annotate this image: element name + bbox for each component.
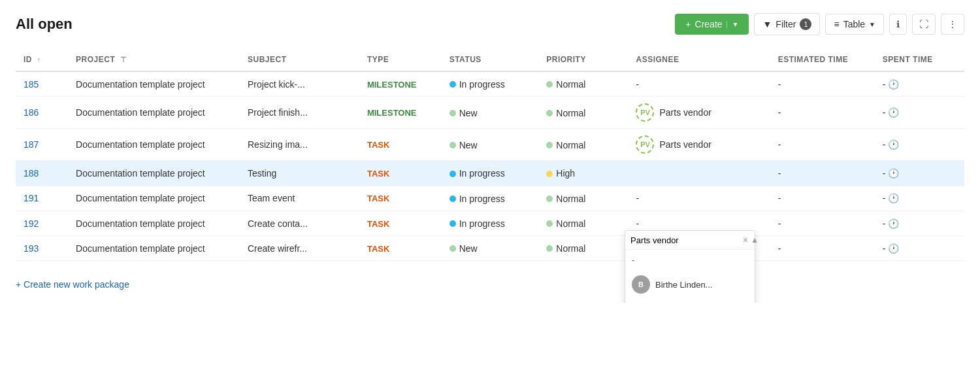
col-header-id[interactable]: ID ↑ xyxy=(16,48,68,71)
dropdown-item-birthe[interactable]: B Birthe Linden... xyxy=(625,270,755,299)
avatar: PV xyxy=(636,135,654,154)
row-id-link[interactable]: 193 xyxy=(24,243,39,254)
row-type: TASK xyxy=(359,211,442,235)
col-header-assignee[interactable]: ASSIGNEE xyxy=(628,48,770,71)
assignee-dropdown: × ▲ - B Birthe Linden... MA Matthias No … xyxy=(625,230,755,303)
create-button[interactable]: + Create ▼ xyxy=(675,14,749,35)
row-id-link[interactable]: 187 xyxy=(24,139,39,150)
row-estimated-time: - xyxy=(770,71,875,97)
more-options-button[interactable]: ⋮ xyxy=(941,14,964,35)
project-filter-icon[interactable]: ⊤ xyxy=(120,56,127,63)
row-status: In progress xyxy=(442,186,539,211)
table-row[interactable]: 193Documentation template projectCreate … xyxy=(16,236,964,261)
row-id-link[interactable]: 186 xyxy=(24,107,39,118)
status-label: In progress xyxy=(459,194,505,204)
table-view-button[interactable]: ≡ Table ▼ xyxy=(825,14,884,35)
row-id-link[interactable]: 185 xyxy=(24,79,39,90)
dropdown-item-matthias[interactable]: MA Matthias No a... xyxy=(625,299,755,303)
row-project: Documentation template project xyxy=(68,97,240,129)
col-header-project[interactable]: PROJECT ⊤ xyxy=(68,48,240,71)
clock-icon: 🕐 xyxy=(888,79,899,90)
col-type-label: TYPE xyxy=(367,55,389,64)
header-actions: + Create ▼ ▼ Filter 1 ≡ Table ▼ ℹ ⛶ ⋮ xyxy=(675,13,964,35)
col-header-priority[interactable]: PRIORITY xyxy=(538,48,628,71)
col-header-type[interactable]: TYPE xyxy=(359,48,442,71)
col-header-spent-time[interactable]: SPENT TIME xyxy=(875,48,964,71)
row-spent-time: - 🕐 xyxy=(875,97,964,129)
info-icon: ℹ xyxy=(896,19,900,29)
filter-button[interactable]: ▼ Filter 1 xyxy=(754,13,820,35)
row-project: Documentation template project xyxy=(68,236,240,261)
assignee-collapse-button[interactable]: ▲ xyxy=(751,235,759,245)
assignee-input-row: × ▲ xyxy=(625,231,755,250)
col-project-label: PROJECT xyxy=(76,55,115,64)
col-assignee-label: ASSIGNEE xyxy=(636,55,679,64)
row-subject: Resizing ima... xyxy=(240,129,359,161)
info-button[interactable]: ℹ xyxy=(889,14,907,35)
table-row[interactable]: 187Documentation template projectResizin… xyxy=(16,129,964,161)
col-header-subject[interactable]: SUBJECT xyxy=(240,48,359,71)
row-id-link[interactable]: 191 xyxy=(24,193,39,203)
assignee-search-input[interactable] xyxy=(630,235,740,245)
row-priority: Normal xyxy=(538,236,628,261)
table-row[interactable]: 191Documentation template projectTeam ev… xyxy=(16,186,964,211)
type-badge: TASK xyxy=(367,140,389,150)
row-status: New xyxy=(442,129,539,161)
priority-label: Normal xyxy=(556,194,585,204)
table-row[interactable]: 188Documentation template projectTesting… xyxy=(16,161,964,186)
work-packages-table: ID ↑ PROJECT ⊤ SUBJECT TYPE STATUS xyxy=(16,48,964,261)
type-badge: TASK xyxy=(367,219,389,229)
row-type: TASK xyxy=(359,236,442,261)
col-subject-label: SUBJECT xyxy=(248,55,287,64)
type-badge: TASK xyxy=(367,194,389,203)
row-spent-time: - 🕐 xyxy=(875,186,964,211)
table-row[interactable]: 192Documentation template projectCreate … xyxy=(16,211,964,235)
row-assignee[interactable] xyxy=(628,161,770,186)
table-row[interactable]: 186Documentation template projectProject… xyxy=(16,97,964,129)
create-new-work-package-link[interactable]: + Create new work package xyxy=(16,279,129,290)
row-type: MILESTONE xyxy=(359,71,442,97)
clock-icon: 🕐 xyxy=(888,107,899,118)
table-row[interactable]: 185Documentation template projectProject… xyxy=(16,71,964,97)
row-project: Documentation template project xyxy=(68,71,240,97)
row-status: In progress xyxy=(442,161,539,186)
col-header-estimated-time[interactable]: ESTIMATED TIME xyxy=(770,48,875,71)
status-dot xyxy=(449,220,456,227)
filter-label: Filter xyxy=(776,19,796,29)
filter-count-badge: 1 xyxy=(800,18,811,30)
row-id-link[interactable]: 192 xyxy=(24,218,39,229)
row-type: TASK xyxy=(359,186,442,211)
row-project: Documentation template project xyxy=(68,129,240,161)
table-dropdown-arrow: ▼ xyxy=(869,21,875,28)
sort-icon[interactable]: ↑ xyxy=(37,56,41,63)
row-id-link[interactable]: 188 xyxy=(24,168,39,179)
row-status: New xyxy=(442,97,539,129)
assignee-cell: PV Parts vendor xyxy=(636,135,762,154)
avatar-birthe: B xyxy=(632,275,650,294)
col-header-status[interactable]: STATUS xyxy=(442,48,539,71)
dropdown-dash-item[interactable]: - xyxy=(625,250,755,270)
status-dot xyxy=(449,81,456,88)
row-priority: Normal xyxy=(538,129,628,161)
row-subject: Project kick-... xyxy=(240,71,359,97)
row-project: Documentation template project xyxy=(68,211,240,235)
row-estimated-time: - xyxy=(770,161,875,186)
expand-icon: ⛶ xyxy=(919,19,928,29)
expand-button[interactable]: ⛶ xyxy=(912,14,936,35)
status-label: New xyxy=(459,140,478,150)
page-title: All open xyxy=(16,16,73,33)
assignee-clear-button[interactable]: × xyxy=(743,235,748,245)
row-estimated-time: - xyxy=(770,211,875,235)
row-priority: Normal xyxy=(538,211,628,235)
priority-dot xyxy=(546,142,553,148)
row-spent-time: - 🕐 xyxy=(875,211,964,235)
create-dropdown-arrow[interactable]: ▼ xyxy=(727,21,739,28)
row-subject: Testing xyxy=(240,161,359,186)
assignee-name: Parts vendor xyxy=(659,139,711,150)
col-id-label: ID xyxy=(24,55,32,64)
more-icon: ⋮ xyxy=(948,19,957,29)
type-badge: TASK xyxy=(367,244,389,254)
row-assignee: PV Parts vendor xyxy=(628,129,770,161)
row-type: TASK xyxy=(359,129,442,161)
row-spent-time: - 🕐 xyxy=(875,236,964,261)
